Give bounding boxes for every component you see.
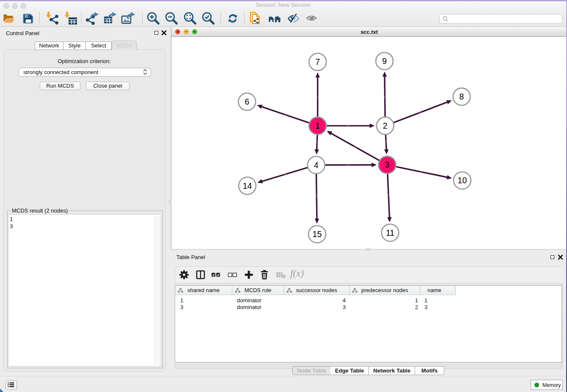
- svg-text:9: 9: [382, 56, 387, 66]
- svg-text:11: 11: [386, 228, 394, 237]
- svg-text:15: 15: [313, 229, 322, 239]
- svg-text:3: 3: [385, 160, 390, 169]
- svg-text:6: 6: [245, 97, 249, 106]
- svg-text:4: 4: [314, 160, 319, 170]
- svg-text:7: 7: [315, 57, 320, 66]
- svg-text:1: 1: [315, 121, 320, 130]
- svg-text:8: 8: [460, 92, 464, 101]
- svg-text:2: 2: [383, 121, 388, 130]
- svg-text:10: 10: [458, 176, 467, 185]
- svg-text:14: 14: [243, 181, 252, 190]
